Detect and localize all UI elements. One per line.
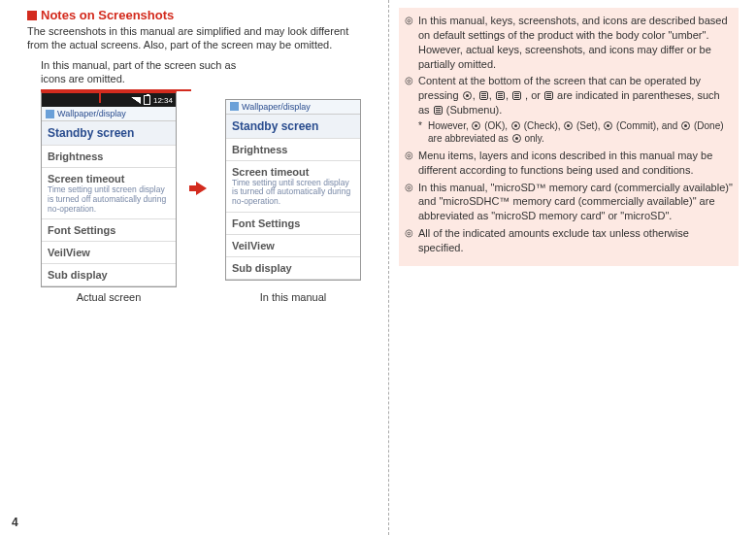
breadcrumb-icon bbox=[46, 110, 54, 118]
item-title: Brightness bbox=[48, 150, 170, 162]
item-title: Font Settings bbox=[232, 217, 354, 229]
section-heading: Notes on Screenshots bbox=[41, 8, 174, 22]
list-item-font: Font Settings bbox=[42, 219, 176, 242]
key-mail-icon bbox=[512, 91, 521, 100]
item-title: Screen timeout bbox=[48, 173, 170, 184]
item-title: Font Settings bbox=[48, 224, 170, 236]
right-column: In this manual, keys, screenshots, and i… bbox=[388, 0, 756, 535]
item-subtitle: Time setting until screen display is tur… bbox=[232, 179, 354, 207]
sub-note: However, (OK), (Check), (Set), (Commit),… bbox=[418, 119, 733, 146]
key-commit-icon bbox=[604, 121, 612, 130]
key-set-icon bbox=[564, 121, 573, 130]
page: Notes on Screenshots The screenshots in … bbox=[0, 0, 756, 535]
key-ok-icon bbox=[472, 121, 480, 130]
status-time: 12:34 bbox=[153, 96, 173, 105]
breadcrumb: Wallpaper/display bbox=[42, 107, 176, 121]
screens-row: 12:34 Wallpaper/display Standby screen B… bbox=[41, 91, 371, 287]
list-item-veil: VeilView bbox=[42, 242, 176, 264]
list-item-veil: VeilView bbox=[226, 235, 360, 257]
breadcrumb-label: Wallpaper/display bbox=[242, 102, 311, 112]
note-text: Menu items, layers and icons described i… bbox=[418, 150, 712, 176]
heading-marker-icon bbox=[27, 11, 37, 20]
breadcrumb: Wallpaper/display bbox=[226, 100, 360, 115]
note-item: In this manual, "microSD™ memory card (c… bbox=[405, 181, 733, 224]
list-item-standby: Standby screen bbox=[226, 115, 360, 139]
note-item: All of the indicated amounts exclude tax… bbox=[405, 226, 733, 255]
note-text-d: (Submenu). bbox=[446, 104, 502, 116]
item-title: Standby screen bbox=[48, 126, 170, 140]
manual-screen-wrap: Wallpaper/display Standby screen Brightn… bbox=[225, 99, 361, 281]
breadcrumb-icon bbox=[230, 102, 239, 111]
item-title: VeilView bbox=[232, 240, 354, 251]
key-done-icon bbox=[681, 121, 690, 130]
key-submenu-icon bbox=[434, 106, 443, 115]
list-item-brightness: Brightness bbox=[226, 139, 360, 161]
intro-text: The screenshots in this manual are simpl… bbox=[27, 24, 371, 52]
item-subtitle: Time setting until screen display is tur… bbox=[48, 185, 170, 214]
note-text-b: , or bbox=[525, 89, 543, 101]
info-list: In this manual, keys, screenshots, and i… bbox=[405, 14, 733, 255]
list-item-brightness: Brightness bbox=[42, 146, 176, 168]
phone-actual: 12:34 Wallpaper/display Standby screen B… bbox=[41, 91, 177, 287]
omission-note: In this manual, part of the screen such … bbox=[41, 58, 254, 86]
arrow-wrap bbox=[177, 182, 225, 197]
phone-manual: Wallpaper/display Standby screen Brightn… bbox=[225, 99, 361, 281]
note-text: In this manual, "microSD™ memory card (c… bbox=[418, 182, 733, 222]
key-menu-icon bbox=[479, 91, 488, 100]
item-title: Brightness bbox=[232, 144, 354, 155]
arrow-right-icon bbox=[196, 182, 207, 195]
note-text: All of the indicated amounts exclude tax… bbox=[418, 227, 689, 253]
callout-line bbox=[41, 89, 191, 91]
list-item-standby: Standby screen bbox=[42, 121, 176, 146]
actual-screen-wrap: 12:34 Wallpaper/display Standby screen B… bbox=[41, 91, 177, 287]
list-item-subdisplay: Sub display bbox=[226, 257, 360, 280]
subnote-a: However, bbox=[428, 120, 471, 131]
note-text: In this manual, keys, screenshots, and i… bbox=[418, 15, 728, 70]
key-browser-icon bbox=[544, 91, 553, 100]
item-title: Standby screen bbox=[232, 119, 354, 133]
key-check-icon bbox=[511, 121, 520, 130]
key-abbrev-icon bbox=[512, 134, 521, 143]
list-item-font: Font Settings bbox=[226, 213, 360, 235]
info-box: In this manual, keys, screenshots, and i… bbox=[399, 8, 739, 266]
key-center-icon bbox=[463, 91, 472, 100]
left-column: Notes on Screenshots The screenshots in … bbox=[0, 0, 388, 535]
note-item: Content at the bottom of the screen that… bbox=[405, 74, 733, 146]
signal-icon bbox=[131, 97, 141, 104]
heading-row: Notes on Screenshots bbox=[27, 8, 371, 22]
note-item: In this manual, keys, screenshots, and i… bbox=[405, 14, 733, 71]
page-number: 4 bbox=[12, 516, 18, 529]
item-title: VeilView bbox=[48, 247, 170, 258]
list-item-subdisplay: Sub display bbox=[42, 264, 176, 286]
item-title: Sub display bbox=[232, 262, 354, 274]
battery-icon bbox=[144, 95, 150, 105]
breadcrumb-label: Wallpaper/display bbox=[57, 109, 126, 118]
item-title: Sub display bbox=[48, 269, 170, 281]
list-item-timeout: Screen timeout Time setting until screen… bbox=[42, 168, 176, 219]
captions-row: Actual screen In this manual bbox=[41, 287, 371, 303]
list-item-timeout: Screen timeout Time setting until screen… bbox=[226, 161, 360, 213]
caption-manual: In this manual bbox=[225, 291, 361, 303]
callout-drop bbox=[99, 89, 101, 103]
item-title: Screen timeout bbox=[232, 166, 354, 178]
status-bar: 12:34 bbox=[42, 93, 176, 107]
caption-actual: Actual screen bbox=[41, 291, 177, 303]
note-item: Menu items, layers and icons described i… bbox=[405, 149, 733, 178]
key-phonebook-icon bbox=[496, 91, 505, 100]
